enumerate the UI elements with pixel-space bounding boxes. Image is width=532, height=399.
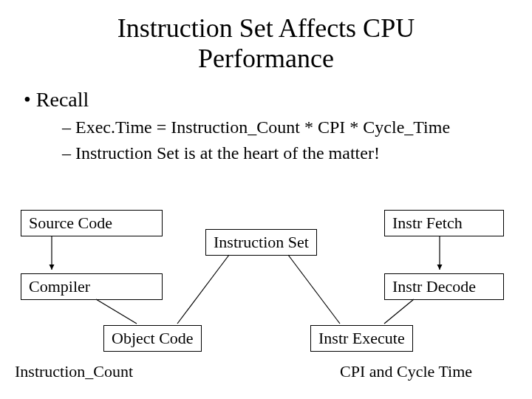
svg-line-5 bbox=[384, 299, 414, 324]
diagram-connectors bbox=[0, 0, 532, 399]
svg-line-2 bbox=[96, 299, 137, 324]
svg-line-3 bbox=[177, 255, 229, 324]
svg-line-4 bbox=[288, 255, 340, 324]
